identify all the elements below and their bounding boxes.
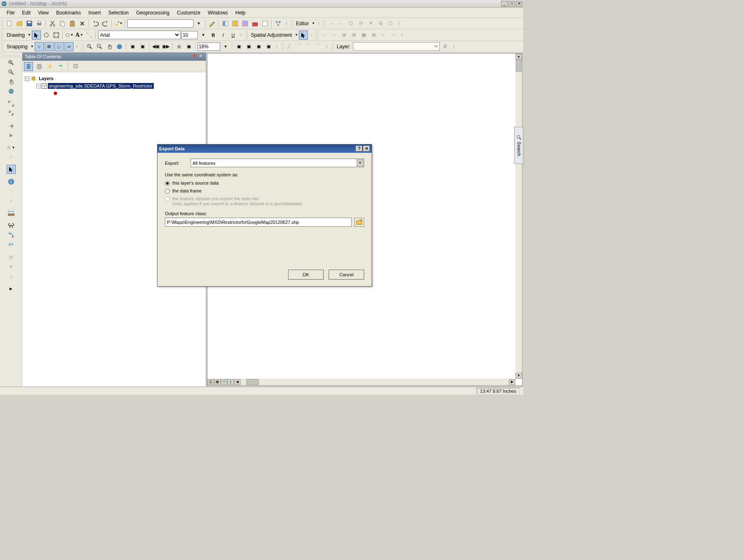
underline-icon[interactable]: U (229, 31, 238, 40)
zoom-out-icon[interactable] (7, 68, 16, 77)
dialog-titlebar[interactable]: Export Data ? ✕ (157, 145, 372, 153)
snap-edge-icon[interactable]: ▱ (64, 42, 74, 51)
focus-dataframe-icon[interactable]: ▣ (244, 42, 253, 51)
toolbar-chevron[interactable]: ⁝ (451, 42, 455, 51)
toolbar-chevron[interactable]: ⁝ (397, 19, 401, 28)
menu-geoprocessing[interactable]: Geoprocessing (133, 9, 173, 17)
open-icon[interactable] (15, 19, 24, 28)
zoom-in-icon[interactable] (7, 58, 16, 67)
menu-view[interactable]: View (35, 9, 52, 17)
snap-vertex-icon[interactable]: □ (55, 42, 64, 51)
select-features-icon[interactable]: ▼ (7, 143, 16, 152)
pan-icon[interactable] (105, 42, 114, 51)
fixed-zoom-in-icon[interactable] (7, 99, 16, 108)
collapse-icon[interactable]: − (36, 84, 41, 88)
catalog-icon[interactable] (231, 19, 240, 28)
list-by-visibility-icon[interactable] (45, 62, 55, 71)
find-icon[interactable] (7, 221, 16, 230)
zoom-percent-input[interactable] (198, 43, 220, 51)
menu-customize[interactable]: Customize (174, 9, 204, 17)
layer-visibility-checkbox[interactable]: ✓ (42, 83, 47, 89)
find-route-icon[interactable] (7, 230, 16, 240)
tree-row-symbol[interactable] (25, 90, 203, 97)
forward-extent-icon[interactable]: ▣▶ (161, 42, 170, 51)
modelbuilder-icon[interactable] (274, 19, 283, 28)
editor-toolbar-icon[interactable] (207, 19, 217, 28)
toolbar-grip[interactable] (1, 42, 3, 51)
copy-icon[interactable] (58, 19, 67, 28)
toolbar-chevron[interactable]: ⁝ (310, 31, 314, 40)
point-symbol-icon[interactable] (54, 92, 57, 95)
list-by-source-icon[interactable] (35, 62, 44, 71)
drawing-label[interactable]: Drawing (5, 32, 26, 38)
font-size-dropdown[interactable]: ▾ (199, 31, 208, 40)
save-icon[interactable] (25, 19, 34, 28)
dropdown-arrow-icon[interactable]: ▼ (357, 159, 363, 166)
data-driven-icon[interactable]: ▣ (264, 42, 273, 51)
toolbar-chevron[interactable]: ⁝ (239, 31, 243, 40)
zoom-to-elements-icon[interactable] (52, 31, 61, 40)
dataframe-label[interactable]: Layers (38, 76, 55, 81)
scale-input[interactable] (127, 19, 193, 28)
create-viewer-icon[interactable]: ▫ (7, 262, 16, 271)
menu-bookmarks[interactable]: Bookmarks (53, 9, 84, 17)
delete-icon[interactable] (78, 19, 87, 28)
menu-help[interactable]: Help (232, 9, 249, 17)
scroll-thumb[interactable] (516, 59, 522, 72)
toolbar-grip[interactable] (290, 19, 293, 28)
toolbar-chevron[interactable]: ⁝ (9, 273, 13, 282)
full-extent-icon[interactable] (7, 87, 16, 96)
radio-icon[interactable] (165, 189, 170, 194)
snapping-label[interactable]: Snapping (5, 44, 29, 50)
vertical-scrollbar[interactable]: ▲ ▼ (515, 54, 522, 379)
editor-label[interactable]: Editor (294, 21, 310, 26)
minimize-button[interactable]: _ (501, 1, 508, 7)
toolbar-grip[interactable] (1, 19, 3, 28)
tree-row-dataframe[interactable]: − Layers (25, 75, 203, 82)
fixed-zoom-out-icon[interactable]: ▣ (138, 42, 147, 51)
print-icon[interactable] (35, 19, 44, 28)
layout-view-icon[interactable]: ▦ (214, 379, 221, 385)
collapse-icon[interactable]: − (25, 76, 29, 81)
pause-drawing-icon[interactable]: ‖ (227, 379, 234, 385)
pan-icon[interactable] (7, 77, 16, 86)
scroll-right-icon[interactable]: ▶ (509, 379, 515, 385)
full-extent-icon[interactable] (115, 42, 124, 51)
toolbar-chevron[interactable]: ⁝ (325, 42, 329, 51)
cancel-button[interactable]: Cancel (329, 270, 364, 280)
radio-icon[interactable] (165, 181, 170, 186)
spatial-adjustment-label[interactable]: Spatial Adjustment (249, 32, 293, 38)
scroll-down-icon[interactable]: ▼ (515, 373, 522, 379)
toolbar-grip[interactable] (322, 19, 325, 28)
maximize-button[interactable]: □ (508, 1, 515, 7)
scroll-thumb[interactable] (246, 379, 259, 385)
menu-file[interactable]: File (3, 9, 18, 17)
list-by-selection-icon[interactable] (56, 62, 65, 71)
italic-icon[interactable]: I (219, 31, 228, 40)
snap-point-icon[interactable]: ○ (35, 42, 44, 51)
font-size-input[interactable] (181, 31, 198, 39)
horizontal-scrollbar[interactable]: ◫ ▦ ⟳ ‖ ◀ ▶ (207, 379, 515, 385)
dialog-close-button[interactable]: ✕ (363, 146, 370, 152)
search-window-icon[interactable] (241, 19, 250, 28)
measure-icon[interactable] (7, 209, 16, 218)
scroll-left-icon[interactable]: ◀ (234, 379, 241, 385)
python-icon[interactable] (260, 19, 269, 28)
undo-icon[interactable] (91, 19, 100, 28)
change-layout-icon[interactable]: ▣ (254, 42, 263, 51)
toolbar-chevron[interactable]: ⁝ (275, 42, 279, 51)
toolbar-grip[interactable] (1, 31, 3, 40)
new-document-icon[interactable] (5, 19, 14, 28)
back-extent-icon[interactable]: ◀▣ (151, 42, 160, 51)
toggle-draft-icon[interactable]: ▣ (234, 42, 243, 51)
text-icon[interactable]: A▼ (75, 31, 84, 40)
output-path-input[interactable] (165, 218, 352, 227)
toolbar-chevron[interactable]: ⁝ (400, 31, 404, 40)
browse-button[interactable] (354, 218, 364, 227)
zoom-in-icon[interactable]: + (85, 42, 94, 51)
snap-end-icon[interactable]: ⊞ (45, 42, 54, 51)
toc-icon[interactable] (221, 19, 230, 28)
select-elements-icon[interactable] (32, 31, 41, 40)
fixed-zoom-out-icon[interactable] (7, 109, 16, 118)
zoom-out-icon[interactable]: - (95, 42, 104, 51)
